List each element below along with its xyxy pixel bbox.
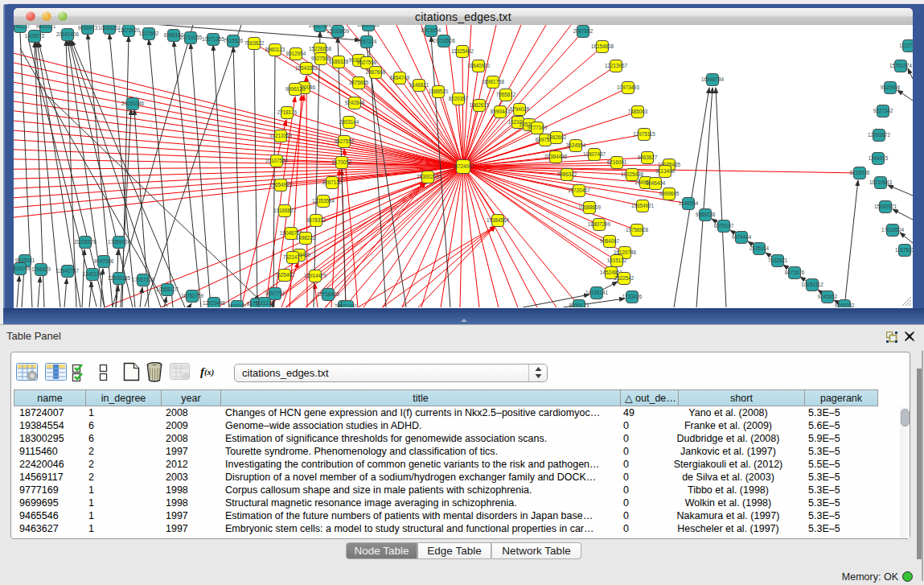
svg-text:11873620: 11873620 xyxy=(117,27,140,33)
svg-text:2087682: 2087682 xyxy=(573,28,593,34)
svg-text:6216001: 6216001 xyxy=(607,159,627,165)
svg-text:6521001: 6521001 xyxy=(338,303,358,307)
svg-text:9245052: 9245052 xyxy=(835,303,855,307)
svg-text:9113400: 9113400 xyxy=(655,168,676,174)
svg-text:10671355: 10671355 xyxy=(202,36,225,42)
svg-text:11325442: 11325442 xyxy=(451,48,474,54)
svg-text:16154808: 16154808 xyxy=(591,43,614,49)
svg-text:7321477: 7321477 xyxy=(283,254,303,260)
svg-text:8912954: 8912954 xyxy=(286,51,306,56)
svg-text:15692971: 15692971 xyxy=(874,204,897,209)
svg-text:1615132: 1615132 xyxy=(607,257,627,263)
svg-text:8990443: 8990443 xyxy=(491,109,511,114)
svg-text:8471676: 8471676 xyxy=(785,270,805,275)
svg-text:17359924: 17359924 xyxy=(108,239,131,245)
svg-text:17016504: 17016504 xyxy=(881,227,905,233)
svg-text:12923446: 12923446 xyxy=(203,300,226,306)
svg-text:7955812: 7955812 xyxy=(496,92,516,97)
svg-text:9997586: 9997586 xyxy=(94,258,114,264)
svg-text:9084067: 9084067 xyxy=(600,238,620,244)
svg-text:7839159: 7839159 xyxy=(14,266,31,271)
svg-text:20364436: 20364436 xyxy=(544,154,568,159)
svg-text:3624554: 3624554 xyxy=(566,142,586,148)
svg-text:10807487: 10807487 xyxy=(583,151,606,157)
svg-text:19654921: 19654921 xyxy=(631,203,655,208)
svg-text:16782759: 16782759 xyxy=(181,293,204,299)
svg-text:9227342: 9227342 xyxy=(873,108,893,113)
svg-text:2935114: 2935114 xyxy=(749,245,770,251)
svg-text:16648784: 16648784 xyxy=(701,76,725,82)
svg-text:12213369: 12213369 xyxy=(269,133,293,138)
svg-text:16033809: 16033809 xyxy=(326,28,350,34)
svg-text:9242848: 9242848 xyxy=(345,100,365,105)
svg-text:15720407: 15720407 xyxy=(568,187,591,193)
svg-text:2867608: 2867608 xyxy=(366,69,386,75)
svg-text:19384554: 19384554 xyxy=(487,217,510,223)
svg-text:6879197: 6879197 xyxy=(714,223,734,229)
svg-text:9527508: 9527508 xyxy=(357,60,377,65)
svg-text:1640954: 1640954 xyxy=(679,200,699,206)
svg-text:9846404: 9846404 xyxy=(646,180,666,186)
svg-text:7625402: 7625402 xyxy=(275,272,295,278)
svg-text:8186328: 8186328 xyxy=(329,59,349,64)
svg-text:18724007: 18724007 xyxy=(452,163,475,169)
svg-text:25300273: 25300273 xyxy=(417,174,440,179)
svg-text:1362615: 1362615 xyxy=(470,102,490,108)
svg-text:15751074: 15751074 xyxy=(889,63,913,68)
svg-text:8454749: 8454749 xyxy=(390,75,410,80)
svg-text:20206576: 20206576 xyxy=(74,239,97,245)
svg-text:1345194: 1345194 xyxy=(83,271,103,277)
svg-text:9639973: 9639973 xyxy=(78,25,98,31)
svg-text:19218506: 19218506 xyxy=(433,38,456,43)
svg-text:6899695: 6899695 xyxy=(659,191,680,196)
svg-text:7986322: 7986322 xyxy=(557,171,577,177)
svg-text:8427552: 8427552 xyxy=(335,138,355,144)
svg-text:18640910: 18640910 xyxy=(467,63,491,68)
svg-text:9463627: 9463627 xyxy=(638,154,658,160)
svg-text:7462662: 7462662 xyxy=(547,134,567,140)
svg-text:8599173: 8599173 xyxy=(569,303,589,307)
svg-text:12975115: 12975115 xyxy=(633,131,655,137)
svg-text:19756928: 19756928 xyxy=(626,227,649,233)
svg-text:12213967: 12213967 xyxy=(605,63,628,68)
svg-text:2170052: 2170052 xyxy=(332,159,352,165)
svg-text:10958107: 10958107 xyxy=(156,286,179,292)
svg-text:(x): (x) xyxy=(204,368,214,377)
svg-text:7663822: 7663822 xyxy=(244,40,265,46)
svg-text:9245652: 9245652 xyxy=(818,294,838,299)
svg-text:15716485: 15716485 xyxy=(317,291,340,297)
svg-text:16961758: 16961758 xyxy=(482,79,505,84)
svg-text:9231111: 9231111 xyxy=(228,303,247,307)
svg-text:9146821: 9146821 xyxy=(409,82,429,88)
svg-text:1733426: 1733426 xyxy=(622,294,643,299)
svg-text:7632621: 7632621 xyxy=(768,257,788,263)
svg-text:9777169: 9777169 xyxy=(528,125,548,130)
svg-text:10688609: 10688609 xyxy=(578,204,602,210)
svg-text:8267130: 8267130 xyxy=(322,179,343,185)
svg-text:9457791: 9457791 xyxy=(265,290,285,296)
svg-text:12942737: 12942737 xyxy=(56,268,80,274)
svg-text:10719155: 10719155 xyxy=(179,35,203,40)
svg-text:3875685: 3875685 xyxy=(349,80,369,85)
svg-text:1167533: 1167533 xyxy=(895,247,913,253)
svg-text:14136141: 14136141 xyxy=(585,290,609,295)
svg-text:1112733: 1112733 xyxy=(899,43,913,48)
svg-text:7515526: 7515526 xyxy=(224,38,244,43)
svg-text:6794028: 6794028 xyxy=(510,106,530,112)
svg-text:2803144: 2803144 xyxy=(339,119,359,125)
svg-text:15226058: 15226058 xyxy=(309,46,332,51)
svg-text:20053346: 20053346 xyxy=(121,101,145,106)
svg-text:9111222: 9111222 xyxy=(255,300,274,306)
svg-text:16914479: 16914479 xyxy=(304,273,327,278)
svg-text:2522542: 2522542 xyxy=(614,275,634,281)
svg-text:16210643: 16210643 xyxy=(869,179,893,185)
svg-text:12353594: 12353594 xyxy=(312,198,335,204)
svg-text:17957223: 17957223 xyxy=(132,277,155,282)
svg-text:1156829: 1156829 xyxy=(31,266,51,272)
svg-text:10107554: 10107554 xyxy=(265,158,289,163)
svg-text:9896123: 9896123 xyxy=(285,86,306,92)
svg-text:8215938: 8215938 xyxy=(850,170,870,175)
svg-text:10653281: 10653281 xyxy=(357,25,380,27)
svg-text:9389238: 9389238 xyxy=(696,212,716,217)
svg-text:1746237: 1746237 xyxy=(14,25,31,29)
